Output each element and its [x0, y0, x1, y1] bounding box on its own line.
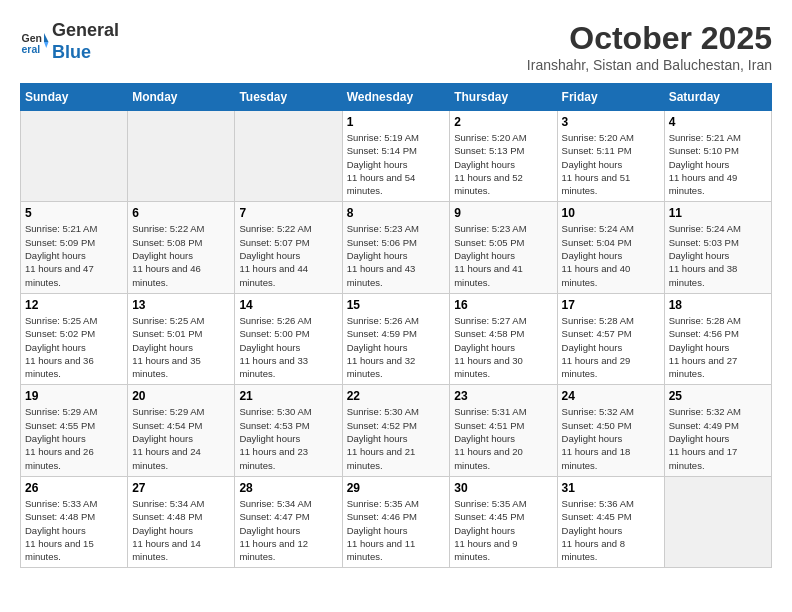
day-number: 2: [454, 115, 552, 129]
day-number: 1: [347, 115, 446, 129]
calendar-cell: 31 Sunrise: 5:36 AM Sunset: 4:45 PM Dayl…: [557, 476, 664, 567]
sunrise-label: Sunrise: 5:25 AM: [132, 315, 204, 326]
calendar-cell: 20 Sunrise: 5:29 AM Sunset: 4:54 PM Dayl…: [128, 385, 235, 476]
daylight-value: 11 hours and 46 minutes.: [132, 263, 201, 287]
daylight-label: Daylight hours: [669, 250, 730, 261]
sunrise-label: Sunrise: 5:20 AM: [562, 132, 634, 143]
day-info: Sunrise: 5:21 AM Sunset: 5:10 PM Dayligh…: [669, 131, 767, 197]
day-info: Sunrise: 5:21 AM Sunset: 5:09 PM Dayligh…: [25, 222, 123, 288]
day-info: Sunrise: 5:35 AM Sunset: 4:45 PM Dayligh…: [454, 497, 552, 563]
logo-text: General Blue: [52, 20, 119, 63]
daylight-label: Daylight hours: [562, 250, 623, 261]
daylight-value: 11 hours and 18 minutes.: [562, 446, 631, 470]
daylight-label: Daylight hours: [239, 525, 300, 536]
day-number: 10: [562, 206, 660, 220]
sunset-label: Sunset: 4:59 PM: [347, 328, 417, 339]
calendar-cell: 30 Sunrise: 5:35 AM Sunset: 4:45 PM Dayl…: [450, 476, 557, 567]
weekday-header-friday: Friday: [557, 84, 664, 111]
day-info: Sunrise: 5:19 AM Sunset: 5:14 PM Dayligh…: [347, 131, 446, 197]
daylight-label: Daylight hours: [669, 342, 730, 353]
weekday-header-sunday: Sunday: [21, 84, 128, 111]
daylight-label: Daylight hours: [454, 342, 515, 353]
daylight-value: 11 hours and 27 minutes.: [669, 355, 738, 379]
day-number: 5: [25, 206, 123, 220]
calendar-cell: 10 Sunrise: 5:24 AM Sunset: 5:04 PM Dayl…: [557, 202, 664, 293]
week-row-5: 26 Sunrise: 5:33 AM Sunset: 4:48 PM Dayl…: [21, 476, 772, 567]
week-row-4: 19 Sunrise: 5:29 AM Sunset: 4:55 PM Dayl…: [21, 385, 772, 476]
sunset-label: Sunset: 4:45 PM: [562, 511, 632, 522]
sunset-label: Sunset: 5:10 PM: [669, 145, 739, 156]
day-info: Sunrise: 5:22 AM Sunset: 5:08 PM Dayligh…: [132, 222, 230, 288]
daylight-value: 11 hours and 24 minutes.: [132, 446, 201, 470]
sunset-label: Sunset: 5:02 PM: [25, 328, 95, 339]
day-info: Sunrise: 5:20 AM Sunset: 5:13 PM Dayligh…: [454, 131, 552, 197]
day-info: Sunrise: 5:34 AM Sunset: 4:48 PM Dayligh…: [132, 497, 230, 563]
weekday-header-saturday: Saturday: [664, 84, 771, 111]
daylight-value: 11 hours and 9 minutes.: [454, 538, 517, 562]
day-info: Sunrise: 5:26 AM Sunset: 5:00 PM Dayligh…: [239, 314, 337, 380]
day-number: 9: [454, 206, 552, 220]
daylight-value: 11 hours and 17 minutes.: [669, 446, 738, 470]
sunset-label: Sunset: 5:11 PM: [562, 145, 632, 156]
daylight-value: 11 hours and 26 minutes.: [25, 446, 94, 470]
sunrise-label: Sunrise: 5:24 AM: [562, 223, 634, 234]
calendar-cell: 24 Sunrise: 5:32 AM Sunset: 4:50 PM Dayl…: [557, 385, 664, 476]
calendar-cell: 5 Sunrise: 5:21 AM Sunset: 5:09 PM Dayli…: [21, 202, 128, 293]
calendar-cell: 9 Sunrise: 5:23 AM Sunset: 5:05 PM Dayli…: [450, 202, 557, 293]
sunset-label: Sunset: 4:57 PM: [562, 328, 632, 339]
sunset-label: Sunset: 5:05 PM: [454, 237, 524, 248]
daylight-label: Daylight hours: [454, 525, 515, 536]
sunrise-label: Sunrise: 5:30 AM: [239, 406, 311, 417]
daylight-label: Daylight hours: [239, 250, 300, 261]
day-number: 6: [132, 206, 230, 220]
daylight-value: 11 hours and 15 minutes.: [25, 538, 94, 562]
weekday-header-row: SundayMondayTuesdayWednesdayThursdayFrid…: [21, 84, 772, 111]
daylight-label: Daylight hours: [239, 433, 300, 444]
day-number: 16: [454, 298, 552, 312]
sunset-label: Sunset: 4:55 PM: [25, 420, 95, 431]
daylight-label: Daylight hours: [669, 159, 730, 170]
day-info: Sunrise: 5:30 AM Sunset: 4:52 PM Dayligh…: [347, 405, 446, 471]
daylight-label: Daylight hours: [454, 159, 515, 170]
daylight-label: Daylight hours: [25, 433, 86, 444]
day-info: Sunrise: 5:33 AM Sunset: 4:48 PM Dayligh…: [25, 497, 123, 563]
weekday-header-wednesday: Wednesday: [342, 84, 450, 111]
daylight-value: 11 hours and 40 minutes.: [562, 263, 631, 287]
daylight-label: Daylight hours: [347, 250, 408, 261]
day-number: 23: [454, 389, 552, 403]
sunrise-label: Sunrise: 5:36 AM: [562, 498, 634, 509]
sunset-label: Sunset: 4:46 PM: [347, 511, 417, 522]
daylight-value: 11 hours and 47 minutes.: [25, 263, 94, 287]
day-number: 25: [669, 389, 767, 403]
sunrise-label: Sunrise: 5:29 AM: [132, 406, 204, 417]
daylight-label: Daylight hours: [132, 342, 193, 353]
sunrise-label: Sunrise: 5:27 AM: [454, 315, 526, 326]
daylight-label: Daylight hours: [132, 525, 193, 536]
day-info: Sunrise: 5:32 AM Sunset: 4:50 PM Dayligh…: [562, 405, 660, 471]
daylight-label: Daylight hours: [25, 342, 86, 353]
sunset-label: Sunset: 4:52 PM: [347, 420, 417, 431]
sunset-label: Sunset: 4:45 PM: [454, 511, 524, 522]
daylight-value: 11 hours and 43 minutes.: [347, 263, 416, 287]
sunset-label: Sunset: 4:50 PM: [562, 420, 632, 431]
svg-marker-3: [44, 42, 49, 48]
calendar-cell: 12 Sunrise: 5:25 AM Sunset: 5:02 PM Dayl…: [21, 293, 128, 384]
day-info: Sunrise: 5:25 AM Sunset: 5:02 PM Dayligh…: [25, 314, 123, 380]
sunrise-label: Sunrise: 5:34 AM: [132, 498, 204, 509]
day-info: Sunrise: 5:30 AM Sunset: 4:53 PM Dayligh…: [239, 405, 337, 471]
weekday-header-monday: Monday: [128, 84, 235, 111]
day-number: 13: [132, 298, 230, 312]
daylight-label: Daylight hours: [454, 250, 515, 261]
day-info: Sunrise: 5:22 AM Sunset: 5:07 PM Dayligh…: [239, 222, 337, 288]
day-info: Sunrise: 5:27 AM Sunset: 4:58 PM Dayligh…: [454, 314, 552, 380]
daylight-value: 11 hours and 54 minutes.: [347, 172, 416, 196]
sunset-label: Sunset: 5:00 PM: [239, 328, 309, 339]
day-number: 4: [669, 115, 767, 129]
calendar-cell: 23 Sunrise: 5:31 AM Sunset: 4:51 PM Dayl…: [450, 385, 557, 476]
calendar-cell: 2 Sunrise: 5:20 AM Sunset: 5:13 PM Dayli…: [450, 111, 557, 202]
calendar-cell: 19 Sunrise: 5:29 AM Sunset: 4:55 PM Dayl…: [21, 385, 128, 476]
day-number: 24: [562, 389, 660, 403]
calendar-cell: [21, 111, 128, 202]
sunrise-label: Sunrise: 5:26 AM: [239, 315, 311, 326]
sunset-label: Sunset: 5:01 PM: [132, 328, 202, 339]
